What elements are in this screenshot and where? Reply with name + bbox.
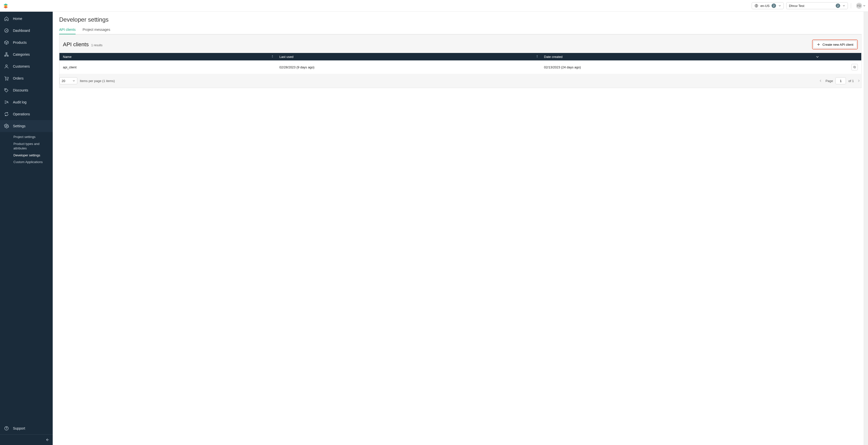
page-label: Page — [826, 79, 833, 83]
sidebar-item-label: Support — [13, 426, 25, 430]
per-page-value: 20 — [62, 79, 65, 83]
svg-point-9 — [5, 80, 6, 80]
tab-api-clients[interactable]: API clients — [59, 28, 75, 34]
collapse-sidebar-button[interactable] — [0, 435, 53, 445]
main-content: Developer settings API clients Project m… — [53, 12, 868, 445]
chevron-right-icon — [857, 79, 860, 82]
svg-point-11 — [5, 89, 6, 90]
cell-last-used: 02/28/2023 (9 days ago) — [276, 60, 540, 74]
plus-icon — [816, 42, 820, 47]
sub-item-custom-applications[interactable]: Custom Applications — [0, 158, 53, 165]
search-list-icon — [4, 100, 9, 105]
page-number-input[interactable] — [835, 77, 846, 84]
sidebar-item-label: Products — [13, 40, 27, 44]
sort-icon — [272, 55, 273, 59]
tab-project-messages[interactable]: Project messages — [83, 28, 110, 34]
sidebar-item-home[interactable]: Home — [0, 13, 53, 25]
sub-item-developer-settings[interactable]: Developer settings — [0, 152, 53, 158]
page-of-label: of 1 — [848, 79, 854, 83]
sidebar: Home Dashboard Products Categories Custo… — [0, 12, 53, 445]
scrollbar-gutter — [864, 12, 868, 445]
tag-icon — [4, 88, 9, 93]
sidebar-item-customers[interactable]: Customers — [0, 60, 53, 72]
svg-point-13 — [6, 125, 7, 127]
sidebar-item-products[interactable]: Products — [0, 36, 53, 49]
project-badge: 2 — [836, 3, 840, 8]
create-button-label: Create new API client — [823, 43, 853, 47]
copy-icon — [853, 65, 856, 69]
sidebar-item-support[interactable]: Support — [0, 422, 53, 434]
column-header-date-created[interactable]: Date created — [540, 53, 821, 60]
svg-marker-2 — [3, 6, 8, 8]
chevron-down-icon — [778, 4, 781, 7]
sidebar-item-label: Orders — [13, 76, 24, 80]
api-clients-panel: API clients 1 results Create new API cli… — [59, 34, 862, 88]
sidebar-item-discounts[interactable]: Discounts — [0, 84, 53, 96]
sidebar-item-label: Settings — [13, 124, 26, 128]
sidebar-item-label: Audit log — [13, 100, 26, 104]
svg-point-10 — [7, 80, 8, 80]
locale-label: en-US — [761, 4, 770, 8]
panel-count: 1 results — [91, 43, 102, 47]
sidebar-item-audit-log[interactable]: Audit log — [0, 96, 53, 108]
avatar: FD — [856, 3, 862, 9]
sort-desc-icon — [816, 55, 819, 59]
chevron-left-icon — [819, 79, 822, 82]
locale-picker[interactable]: en-US 2 — [752, 2, 784, 9]
cell-name: api_client — [59, 60, 276, 74]
table-row[interactable]: api_client 02/28/2023 (9 days ago) 02/13… — [59, 60, 861, 74]
box-icon — [4, 40, 9, 45]
project-label: Dhruv Test — [789, 4, 804, 8]
cell-date-created: 02/13/2023 (24 days ago) — [540, 60, 821, 74]
sub-item-product-types[interactable]: Product types and attributes — [0, 140, 53, 152]
gear-icon — [4, 124, 9, 128]
column-header-last-used[interactable]: Last used — [276, 53, 540, 60]
sidebar-item-label: Operations — [13, 112, 30, 116]
page-title: Developer settings — [59, 16, 862, 23]
gauge-icon — [4, 28, 9, 33]
top-bar: en-US 2 Dhruv Test 2 FD — [0, 0, 868, 12]
sidebar-item-label: Home — [13, 17, 22, 21]
create-new-api-client-button[interactable]: Create new API client — [813, 41, 857, 48]
sync-icon — [4, 112, 9, 117]
sidebar-item-label: Categories — [13, 53, 30, 56]
locale-badge: 2 — [772, 3, 776, 8]
sidebar-item-dashboard[interactable]: Dashboard — [0, 25, 53, 36]
sort-icon — [536, 55, 538, 59]
sidebar-item-label: Customers — [13, 64, 30, 68]
sidebar-item-operations[interactable]: Operations — [0, 108, 53, 120]
arrow-left-icon — [45, 438, 49, 442]
cart-icon — [4, 76, 9, 81]
user-menu[interactable]: FD — [854, 3, 866, 9]
sidebar-item-settings[interactable]: Settings — [0, 120, 53, 132]
prev-page-button[interactable] — [818, 77, 823, 84]
svg-rect-16 — [854, 66, 855, 68]
api-clients-table: Name Last used — [59, 53, 861, 74]
sub-item-project-settings[interactable]: Project settings — [0, 134, 53, 140]
home-icon — [4, 16, 9, 21]
app-logo[interactable] — [2, 2, 9, 9]
items-per-page-label: Items per page (1 items) — [80, 79, 115, 83]
settings-submenu: Project settings Product types and attri… — [0, 132, 53, 169]
items-per-page-select[interactable]: 20 — [59, 77, 77, 84]
create-button-highlight: Create new API client — [812, 39, 858, 50]
panel-title: API clients — [63, 41, 89, 48]
sidebar-item-label: Dashboard — [13, 29, 30, 33]
svg-point-8 — [6, 65, 7, 66]
copy-button[interactable] — [851, 64, 858, 70]
project-picker[interactable]: Dhruv Test 2 — [786, 2, 848, 9]
tabs: API clients Project messages — [59, 28, 862, 34]
sidebar-item-orders[interactable]: Orders — [0, 72, 53, 84]
svg-rect-15 — [854, 67, 856, 68]
sidebar-item-label: Discounts — [13, 88, 28, 92]
globe-icon — [754, 4, 758, 8]
column-header-name[interactable]: Name — [59, 53, 276, 60]
sidebar-item-categories[interactable]: Categories — [0, 49, 53, 60]
user-icon — [4, 64, 9, 69]
chevron-down-icon — [843, 4, 845, 7]
next-page-button[interactable] — [856, 77, 861, 84]
help-icon — [4, 426, 9, 431]
chevron-down-icon — [863, 4, 866, 7]
chevron-down-icon — [72, 80, 75, 82]
hierarchy-icon — [4, 52, 9, 57]
